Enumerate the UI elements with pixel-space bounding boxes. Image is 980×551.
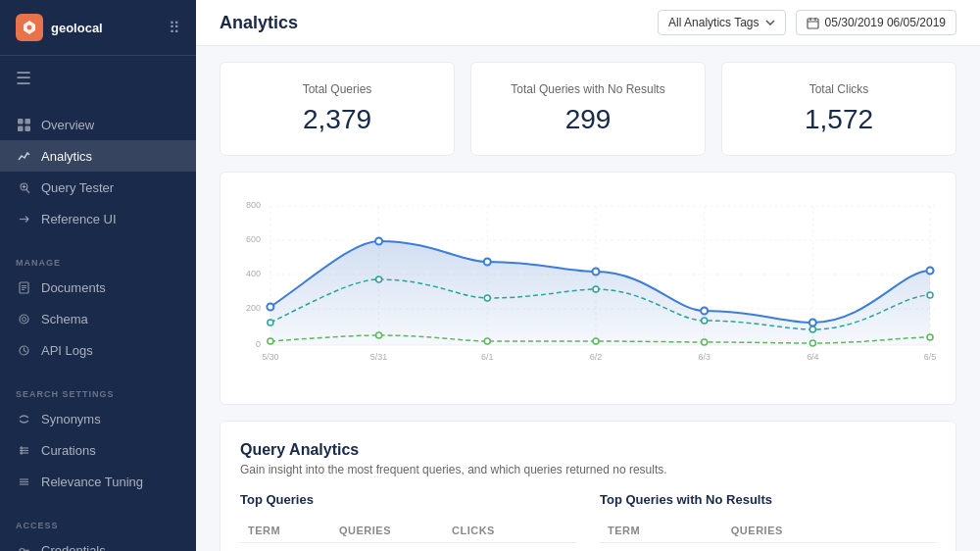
sidebar-item-overview[interactable]: Overview (0, 109, 196, 140)
chart-point-clicks (702, 318, 708, 324)
sidebar-item-label: Synonyms (41, 412, 101, 426)
svg-rect-1 (18, 119, 24, 125)
col-info-nr (886, 519, 936, 543)
stat-card-total-clicks: Total Clicks 1,572 (721, 62, 956, 156)
manage-label: MANAGE (0, 250, 196, 272)
sidebar-item-label: Documents (41, 280, 106, 295)
app-name: geolocal (51, 21, 103, 35)
svg-text:6/1: 6/1 (481, 352, 493, 362)
chart-point-no-results (484, 338, 490, 344)
analytics-chart: 800 600 400 200 0 (236, 188, 940, 384)
sidebar-item-label: Reference UI (41, 212, 117, 226)
grid-icon[interactable]: ⠿ (169, 19, 180, 37)
svg-rect-3 (18, 125, 24, 131)
overview-icon (16, 117, 31, 132)
svg-point-0 (27, 25, 32, 30)
sidebar-item-api-logs[interactable]: API Logs (0, 334, 196, 366)
no-results-term[interactable]: tavern (600, 543, 723, 552)
credentials-icon (16, 542, 31, 551)
svg-text:5/31: 5/31 (370, 352, 387, 362)
sidebar-section-search-settings: SEARCH SETTINGS Synonyms Curations (0, 374, 196, 505)
top-queries-title: Top Queries (240, 492, 576, 507)
main-header: Analytics All Analytics Tags 05/30/2019 … (196, 0, 980, 46)
chart-point (927, 268, 934, 275)
date-range-label: 05/30/2019 06/05/2019 (825, 16, 946, 29)
sidebar-logo: geolocal (16, 14, 103, 41)
chart-point-no-results (268, 338, 273, 344)
top-queries-table: Term Queries Clicks brunch 100 66 (240, 519, 576, 551)
query-count: 100 (331, 543, 444, 552)
sidebar-item-label: Curations (41, 443, 96, 458)
reference-ui-icon (16, 211, 31, 226)
col-term-nr: Term (600, 519, 723, 543)
chart-point-clicks (268, 320, 273, 326)
chart-point (484, 259, 491, 266)
query-tester-icon (16, 179, 31, 195)
top-no-results-col: Top Queries with No Results Term Queries (600, 492, 936, 551)
date-range-picker[interactable]: 05/30/2019 06/05/2019 (796, 10, 956, 35)
chart-point (267, 304, 273, 311)
svg-rect-32 (808, 19, 818, 28)
chart-point-clicks (593, 286, 599, 292)
svg-text:400: 400 (246, 269, 261, 278)
sidebar-item-credentials[interactable]: Credentials (0, 534, 196, 551)
no-results-table: Term Queries tavern ℹ (600, 519, 936, 551)
svg-rect-4 (24, 125, 30, 131)
stat-value-no-results: 299 (491, 104, 685, 135)
hamburger-icon[interactable]: ☰ (0, 56, 196, 101)
documents-icon (16, 279, 31, 295)
sidebar-item-label: Credentials (41, 543, 106, 552)
svg-text:5/30: 5/30 (262, 352, 278, 362)
stat-value-total-clicks: 1,572 (742, 104, 936, 135)
sidebar-item-relevance-tuning[interactable]: Relevance Tuning (0, 466, 196, 497)
sidebar-section-manage: MANAGE Documents Schema (0, 242, 196, 374)
sidebar-section-nav: Overview Analytics Query Tester (0, 101, 196, 242)
chart-point-no-results (376, 332, 382, 338)
access-label: ACCESS (0, 513, 196, 534)
query-term[interactable]: brunch (240, 543, 331, 552)
main-body: Total Queries 2,379 Total Queries with N… (196, 46, 980, 551)
query-analytics-columns: Top Queries Term Queries Clicks (240, 492, 936, 551)
synonyms-icon (16, 411, 31, 426)
chart-point-no-results (702, 339, 708, 345)
stat-card-no-results: Total Queries with No Results 299 (470, 62, 706, 156)
tag-dropdown[interactable]: All Analytics Tags (658, 10, 786, 35)
page-title: Analytics (220, 13, 298, 33)
sidebar-item-curations[interactable]: Curations (0, 434, 196, 466)
main-content-area: Analytics All Analytics Tags 05/30/2019 … (196, 0, 980, 551)
sidebar-item-synonyms[interactable]: Synonyms (0, 403, 196, 434)
chart-point-no-results (593, 338, 599, 344)
sidebar-item-query-tester[interactable]: Query Tester (0, 172, 196, 203)
col-queries-nr: Queries (723, 519, 887, 543)
query-analytics-title: Query Analytics (240, 441, 936, 459)
query-analytics-card: Query Analytics Gain insight into the mo… (220, 421, 956, 551)
stat-label-no-results: Total Queries with No Results (491, 82, 685, 96)
sidebar: geolocal ⠿ ☰ Overview Analytics (0, 0, 196, 551)
chart-point-clicks (809, 326, 815, 332)
col-queries: Queries (331, 519, 444, 543)
sidebar-item-analytics[interactable]: Analytics (0, 140, 196, 172)
top-no-results-title: Top Queries with No Results (600, 492, 936, 507)
sidebar-item-reference-ui[interactable]: Reference UI (0, 203, 196, 234)
table-row: brunch 100 66 ℹ (240, 543, 576, 552)
stat-value-total-queries: 2,379 (240, 104, 434, 135)
relevance-tuning-icon (16, 474, 31, 489)
sidebar-item-label: API Logs (41, 343, 93, 358)
sidebar-item-label: Schema (41, 312, 88, 326)
chart-point-clicks (484, 295, 490, 301)
analytics-icon (16, 148, 31, 164)
sidebar-item-label: Overview (41, 118, 94, 132)
click-count: 66 (444, 543, 542, 552)
stat-label-total-clicks: Total Clicks (742, 82, 936, 96)
sidebar-item-schema[interactable]: Schema (0, 303, 196, 334)
sidebar-item-label: Relevance Tuning (41, 475, 143, 489)
header-controls: All Analytics Tags 05/30/2019 06/05/2019 (658, 10, 956, 35)
sidebar-section-access: ACCESS Credentials (0, 505, 196, 551)
svg-line-6 (26, 189, 29, 193)
chart-point (809, 320, 816, 326)
svg-text:0: 0 (256, 339, 261, 349)
sidebar-item-documents[interactable]: Documents (0, 272, 196, 303)
top-queries-col: Top Queries Term Queries Clicks (240, 492, 576, 551)
chart-point (701, 308, 708, 315)
svg-rect-2 (24, 119, 30, 125)
